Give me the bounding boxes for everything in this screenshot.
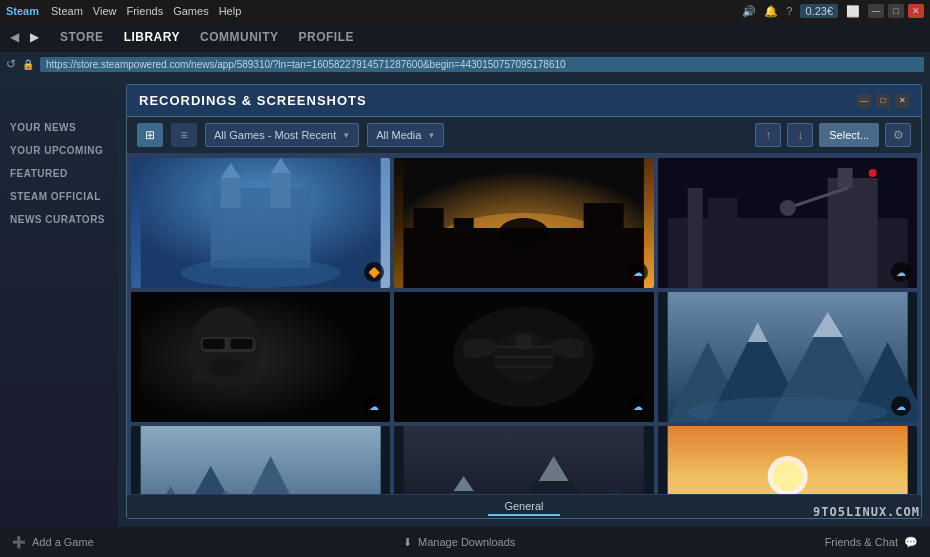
svg-rect-2 [221, 178, 241, 208]
screenshot-item-3[interactable]: ☁ [658, 158, 917, 288]
panel-footer: General [127, 494, 921, 518]
menu-view[interactable]: View [93, 5, 117, 17]
panel-maximize[interactable]: □ [876, 94, 890, 108]
svg-rect-3 [271, 173, 291, 208]
svg-point-6 [181, 258, 341, 288]
sidebar-item-featured[interactable]: FEATURED [0, 162, 118, 185]
panel-minimize[interactable]: — [857, 94, 871, 108]
sidebar: YOUR NEWS YOUR UPCOMING FEATURED STEAM O… [0, 76, 118, 527]
nav-arrows: ◀ ▶ [6, 30, 42, 44]
friends-chat-label[interactable]: Friends & Chat [825, 536, 898, 548]
gear-button[interactable]: ⚙ [885, 123, 911, 147]
svg-point-21 [868, 169, 876, 177]
bottom-left: ➕ Add a Game [12, 536, 94, 549]
menu-games[interactable]: Games [173, 5, 208, 17]
minimize-button[interactable]: — [868, 4, 884, 18]
screenshot-grid: 🔶 [127, 154, 921, 494]
view-list-button[interactable]: ≡ [171, 123, 197, 147]
screenshot-item-7[interactable] [131, 426, 390, 494]
title-bar: Steam Steam View Friends Games Help 🔊 🔔 … [0, 0, 930, 22]
share-button-1[interactable]: ↑ [755, 123, 781, 147]
tab-library[interactable]: LIBRARY [114, 26, 190, 48]
screenshot-item-8[interactable] [394, 426, 653, 494]
title-bar-menu: Steam View Friends Games Help [51, 5, 241, 17]
content-panel: RECORDINGS & SCREENSHOTS — □ ✕ ⊞ ≡ All G… [118, 76, 930, 527]
add-game-label[interactable]: Add a Game [32, 536, 94, 548]
svg-rect-25 [141, 292, 381, 422]
filter-media-label: All Media [376, 129, 421, 141]
share-button-2[interactable]: ↓ [787, 123, 813, 147]
menu-friends[interactable]: Friends [126, 5, 163, 17]
lock-icon: 🔒 [22, 59, 34, 70]
filter-media-dropdown[interactable]: All Media ▼ [367, 123, 444, 147]
tab-community[interactable]: COMMUNITY [190, 26, 289, 48]
screenshot-item-1[interactable]: 🔶 [131, 158, 390, 288]
steam-logo: Steam [6, 5, 39, 17]
screenshot-item-9[interactable] [658, 426, 917, 494]
panel-window-controls: — □ ✕ [857, 94, 909, 108]
tab-profile[interactable]: PROFILE [289, 26, 365, 48]
sidebar-item-your-upcoming[interactable]: YOUR UPCOMING [0, 139, 118, 162]
sidebar-item-your-news[interactable]: YOUR NEWS [0, 116, 118, 139]
svg-rect-12 [454, 218, 474, 288]
title-bar-right: 🔊 🔔 ? 0.23€ ⬜ — □ ✕ [742, 4, 924, 18]
svg-rect-19 [827, 178, 877, 288]
panel-toolbar: ⊞ ≡ All Games - Most Recent ▼ All Media … [127, 117, 921, 154]
svg-point-30 [208, 357, 244, 377]
panel-close[interactable]: ✕ [895, 94, 909, 108]
close-button[interactable]: ✕ [908, 4, 924, 18]
screenshot-item-5[interactable]: ☁ [394, 292, 653, 422]
speaker-icon[interactable]: 🔊 [742, 5, 756, 18]
screenshot-svg-7 [131, 426, 390, 494]
bottom-bar: ➕ Add a Game ⬇ Manage Downloads Friends … [0, 527, 930, 557]
screenshot-badge-6: ☁ [891, 396, 911, 416]
filter-games-dropdown[interactable]: All Games - Most Recent ▼ [205, 123, 359, 147]
refresh-icon[interactable]: ↺ [6, 57, 16, 71]
menu-steam[interactable]: Steam [51, 5, 83, 17]
address-input[interactable] [40, 57, 924, 72]
svg-point-37 [516, 334, 532, 350]
friends-chat-icon: 💬 [904, 536, 918, 549]
screenshot-svg-1 [131, 158, 390, 288]
nav-forward-arrow[interactable]: ▶ [26, 30, 42, 44]
menu-help[interactable]: Help [219, 5, 242, 17]
svg-rect-17 [687, 188, 702, 288]
panel-title: RECORDINGS & SCREENSHOTS [139, 93, 367, 108]
screenshot-svg-8 [394, 426, 653, 494]
select-button[interactable]: Select... [819, 123, 879, 147]
display-icon[interactable]: ⬜ [846, 5, 860, 18]
dropdown-arrow-media: ▼ [427, 131, 435, 140]
svg-rect-29 [231, 339, 253, 349]
svg-rect-11 [414, 208, 444, 288]
sidebar-header-1 [0, 106, 118, 116]
screenshot-badge-2: ☁ [628, 262, 648, 282]
window-controls: — □ ✕ [868, 4, 924, 18]
bottom-right: Friends & Chat 💬 [825, 536, 918, 549]
general-tab[interactable]: General [488, 498, 559, 516]
screenshot-item-6[interactable]: ☁ [658, 292, 917, 422]
wallet-amount: 0.23€ [800, 4, 838, 18]
screenshot-svg-5 [394, 292, 653, 422]
dropdown-arrow-games: ▼ [342, 131, 350, 140]
maximize-button[interactable]: □ [888, 4, 904, 18]
steam-window: Steam Steam View Friends Games Help 🔊 🔔 … [0, 0, 930, 557]
manage-downloads-label[interactable]: Manage Downloads [418, 536, 515, 548]
screenshot-svg-6 [658, 292, 917, 422]
sidebar-item-news-curators[interactable]: NEWS CURATORS [0, 208, 118, 231]
view-grid-button[interactable]: ⊞ [137, 123, 163, 147]
svg-rect-53 [404, 426, 644, 494]
nav-back-arrow[interactable]: ◀ [6, 30, 22, 44]
screenshot-svg-4 [131, 292, 390, 422]
notification-icon[interactable]: 🔔 [764, 5, 778, 18]
sidebar-item-steam-official[interactable]: STEAM OFFICIAL [0, 185, 118, 208]
svg-rect-28 [203, 339, 225, 349]
add-game-icon: ➕ [12, 536, 26, 549]
screenshot-badge-3: ☁ [891, 262, 911, 282]
help-icon[interactable]: ? [786, 5, 792, 17]
tab-store[interactable]: STORE [50, 26, 114, 48]
screenshot-item-4[interactable]: ☁ [131, 292, 390, 422]
recordings-panel: RECORDINGS & SCREENSHOTS — □ ✕ ⊞ ≡ All G… [126, 84, 922, 519]
svg-rect-18 [707, 198, 737, 288]
screenshot-item-2[interactable]: ☁ [394, 158, 653, 288]
main-content: YOUR NEWS YOUR UPCOMING FEATURED STEAM O… [0, 76, 930, 527]
